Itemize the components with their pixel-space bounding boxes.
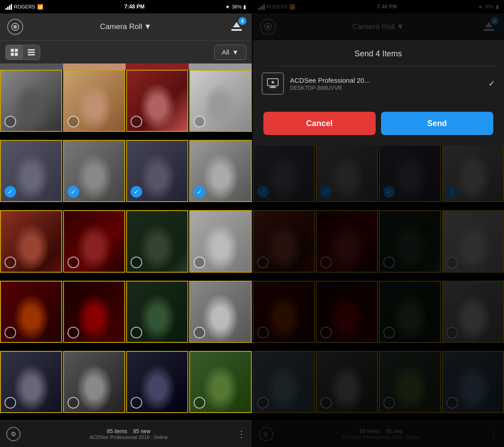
svg-rect-7 xyxy=(15,53,18,56)
upload-badge-left: 4 xyxy=(238,17,246,25)
svg-rect-8 xyxy=(28,49,35,51)
select-circle[interactable] xyxy=(4,327,16,338)
item-count-left: 85 items 85 new xyxy=(21,428,237,434)
filter-button-left[interactable]: All ▼ xyxy=(214,45,246,60)
photo-cell[interactable] xyxy=(189,210,251,272)
photo-cell[interactable] xyxy=(63,351,125,413)
svg-rect-5 xyxy=(15,49,18,52)
photo-content xyxy=(202,153,238,201)
app-logo-left[interactable] xyxy=(7,19,23,35)
photo-cell[interactable] xyxy=(126,70,188,132)
photo-cell[interactable] xyxy=(189,351,251,413)
photo-content xyxy=(202,83,238,131)
photo-cell[interactable]: ✓ xyxy=(189,140,251,202)
select-circle[interactable] xyxy=(194,327,205,338)
wifi-icon: 📶 xyxy=(37,4,43,10)
photo-cell[interactable]: ✓ xyxy=(0,140,62,202)
photo-content xyxy=(13,223,49,271)
device-selected-checkmark-icon: ✓ xyxy=(488,79,495,89)
photo-cell[interactable] xyxy=(0,70,62,132)
photo-cell[interactable] xyxy=(63,70,125,132)
select-circle[interactable] xyxy=(131,257,142,268)
svg-rect-23 xyxy=(271,86,275,87)
select-circle[interactable] xyxy=(4,257,16,268)
photo-content xyxy=(139,223,175,271)
filter-chevron-icon: ▼ xyxy=(232,48,239,56)
svg-rect-2 xyxy=(231,29,242,31)
battery-left: 36% xyxy=(232,4,241,9)
carrier-left: ROGERS xyxy=(14,4,35,9)
svg-rect-10 xyxy=(28,54,35,55)
right-panel: ROGERS 📶 7:48 PM ★ 36% ▮ Camera Roll ▼ xyxy=(253,0,504,447)
photo-content xyxy=(139,364,175,412)
device-name: ACDSee Professional 20... xyxy=(290,76,483,84)
photo-cell[interactable] xyxy=(189,70,251,132)
photo-cell[interactable] xyxy=(189,281,251,343)
select-circle[interactable] xyxy=(4,397,16,409)
photo-cell[interactable] xyxy=(126,210,188,272)
svg-rect-6 xyxy=(11,53,14,56)
photo-cell[interactable]: ✓ xyxy=(63,140,125,202)
photo-content xyxy=(13,83,49,131)
svg-point-1 xyxy=(13,25,17,29)
time-left: 7:48 PM xyxy=(124,4,144,10)
cancel-button[interactable]: Cancel xyxy=(263,112,376,135)
photo-grid-left: ✓ ✓ ✓ ✓ xyxy=(0,70,252,420)
status-left: ROGERS 📶 xyxy=(5,4,43,10)
device-info: ACDSee Professional 20... DESKTOP-B88UVV… xyxy=(290,76,483,91)
status-right-left: ★ 36% ▮ xyxy=(225,4,246,10)
dropdown-icon: ▼ xyxy=(144,22,152,31)
photo-content xyxy=(202,223,238,271)
send-title: Send 4 Items xyxy=(262,49,496,66)
photo-content xyxy=(76,294,112,342)
svg-rect-4 xyxy=(11,49,14,52)
photo-content xyxy=(13,153,49,201)
photo-content xyxy=(13,364,49,412)
list-view-btn-left[interactable] xyxy=(23,45,40,59)
photo-cell[interactable] xyxy=(63,210,125,272)
toolbar-left: All ▼ xyxy=(0,40,252,63)
header-title-left: Camera Roll ▼ xyxy=(100,22,152,31)
modal-actions: Cancel Send xyxy=(262,112,496,135)
photo-content xyxy=(76,153,112,201)
left-panel: ROGERS 📶 7:48 PM ★ 36% ▮ Camera Roll ▼ xyxy=(0,0,252,447)
photo-content xyxy=(76,364,112,412)
app-name-left: ACDSee Professional 2018 : Online xyxy=(21,434,237,440)
select-circle[interactable] xyxy=(194,257,205,268)
photo-cell[interactable] xyxy=(0,351,62,413)
select-circle[interactable] xyxy=(4,116,16,127)
select-circle[interactable] xyxy=(131,327,142,338)
photo-content xyxy=(202,294,238,342)
photo-cell[interactable]: ✓ xyxy=(126,140,188,202)
send-overlay: Send 4 Items ACDSee Professional 20... D… xyxy=(253,0,504,447)
photo-cell[interactable] xyxy=(126,351,188,413)
send-button[interactable]: Send xyxy=(381,112,493,135)
photo-content xyxy=(139,153,175,201)
select-circle[interactable] xyxy=(68,327,79,338)
photo-cell[interactable] xyxy=(126,281,188,343)
device-icon xyxy=(262,72,284,95)
grid-view-btn-left[interactable] xyxy=(6,45,23,59)
send-modal: Send 4 Items ACDSee Professional 20... D… xyxy=(253,40,504,146)
header-left: Camera Roll ▼ 4 xyxy=(0,13,252,40)
select-circle[interactable] xyxy=(68,257,79,268)
photo-content xyxy=(139,294,175,342)
upload-button-left[interactable]: 4 xyxy=(229,19,245,35)
bottom-info-left: 85 items 85 new ACDSee Professional 2018… xyxy=(21,428,237,440)
select-circle[interactable] xyxy=(68,397,79,409)
svg-point-25 xyxy=(271,81,274,84)
photo-cell[interactable] xyxy=(0,281,62,343)
device-id: DESKTOP-B88UVVR xyxy=(290,85,483,91)
select-circle[interactable] xyxy=(131,397,142,409)
more-button-left[interactable]: ⋮ xyxy=(237,429,246,439)
view-toggle-left[interactable] xyxy=(5,45,40,60)
photo-cell[interactable] xyxy=(0,210,62,272)
signal-icon xyxy=(5,4,12,10)
photo-content xyxy=(139,83,175,131)
photo-content xyxy=(13,294,49,342)
status-bar-left: ROGERS 📶 7:48 PM ★ 36% ▮ xyxy=(0,0,252,13)
device-row[interactable]: ACDSee Professional 20... DESKTOP-B88UVV… xyxy=(262,66,496,101)
photo-cell[interactable] xyxy=(63,281,125,343)
svg-rect-24 xyxy=(269,87,276,88)
settings-button-left[interactable]: ⚙ xyxy=(6,427,21,441)
